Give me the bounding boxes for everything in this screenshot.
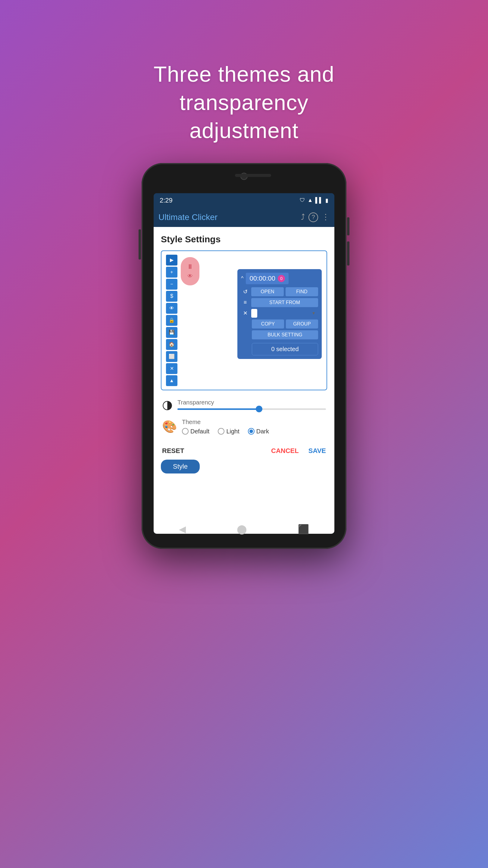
home-nav-icon[interactable]: ⬤ [237, 524, 247, 534]
selected-count: 0 selected [252, 343, 318, 355]
share-icon[interactable]: ⤴ [301, 213, 305, 222]
widget-pill[interactable]: ⏸ 👁 [181, 257, 199, 285]
widget-button-preview: ⏸ 👁 [181, 255, 199, 386]
chevron-up-icon[interactable]: ^ [241, 275, 243, 281]
reset-row: ↺ OPEN FIND [241, 287, 318, 296]
volume-up-button[interactable] [347, 217, 350, 236]
theme-label: Theme [182, 418, 326, 426]
theme-default-label: Default [190, 428, 209, 435]
timer-badge: 0 [278, 275, 285, 282]
status-icons: 🛡 ▲ ▌▌ ▮ [300, 197, 328, 204]
shield-icon: 🛡 [300, 197, 305, 204]
transparency-icon: ◑ [162, 398, 173, 411]
transparency-controls: Transparency [177, 399, 326, 410]
group-button[interactable]: GROUP [286, 319, 318, 329]
app-title: Ultimate Clicker [158, 213, 297, 222]
dropdown-select[interactable] [251, 309, 257, 318]
eye-icon: 👁 [187, 273, 193, 279]
theme-light-radio[interactable] [218, 428, 224, 435]
transparency-slider-fill [177, 408, 259, 410]
dropdown-panel: ^ 00:00:00 0 ↺ OPEN FIND [237, 269, 322, 359]
volume-down-button[interactable] [347, 241, 350, 266]
open-button[interactable]: OPEN [251, 287, 284, 296]
bottom-tab[interactable]: Style [161, 460, 200, 473]
menu-icon: ≡ [241, 299, 250, 306]
power-button[interactable] [138, 229, 141, 259]
refresh-icon: ↺ [241, 288, 250, 295]
screen-content: Style Settings ▶ + − $ 👁 🔒 💾 🏠 ⬜ ✕ ▲ [154, 227, 334, 534]
headline: Three themes and transparency adjustment [154, 30, 334, 145]
sidebar-play-icon[interactable]: ▶ [166, 255, 177, 266]
dropdown-header: ^ 00:00:00 0 [241, 273, 318, 284]
transparency-label: Transparency [177, 399, 326, 406]
phone-device: 2:29 🛡 ▲ ▌▌ ▮ Ultimate Clicker ⤴ ? ⋮ Sty… [141, 163, 347, 549]
sidebar-home-icon[interactable]: 🏠 [166, 339, 177, 350]
theme-controls: Theme Default Light [182, 418, 326, 435]
theme-dark-radio-dot [250, 430, 253, 433]
phone-nav: ◀ ⬤ ⬛ [154, 524, 334, 534]
menu-row: ≡ START FROM [241, 298, 318, 307]
headline-line2: transparency [180, 90, 308, 115]
more-options-icon[interactable]: ⋮ [322, 213, 330, 222]
status-time: 2:29 [160, 196, 173, 204]
sidebar-add-icon[interactable]: + [166, 267, 177, 278]
app-toolbar: Ultimate Clicker ⤴ ? ⋮ [154, 208, 334, 227]
save-button[interactable]: SAVE [304, 444, 326, 457]
copy-group-row: COPY GROUP [252, 319, 318, 329]
recents-icon[interactable]: ⬛ [298, 524, 309, 534]
sidebar-script-icon[interactable]: $ [166, 291, 177, 302]
sidebar-eye-icon[interactable]: 👁 [166, 303, 177, 314]
dropdown-select-wrap: ▼ [251, 309, 318, 318]
theme-light-label: Light [226, 428, 239, 435]
transparency-slider-thumb[interactable] [256, 406, 262, 412]
headline-line3: adjustment [190, 119, 298, 143]
help-icon[interactable]: ? [308, 213, 318, 222]
sidebar-close-icon[interactable]: ✕ [166, 363, 177, 374]
timer-value: 00:00:00 [250, 275, 275, 282]
transparency-section: ◑ Transparency [161, 398, 327, 411]
style-settings-title: Style Settings [161, 234, 327, 244]
wifi-icon: ▲ [307, 197, 313, 204]
theme-default-radio[interactable] [182, 428, 189, 435]
sidebar-chevron-icon[interactable]: ▲ [166, 375, 177, 386]
pause-icon: ⏸ [187, 263, 193, 271]
sidebar-minus-icon[interactable]: − [166, 279, 177, 290]
phone-screen: 2:29 🛡 ▲ ▌▌ ▮ Ultimate Clicker ⤴ ? ⋮ Sty… [154, 193, 334, 534]
sidebar-window-icon[interactable]: ⬜ [166, 351, 177, 362]
bulk-setting-button[interactable]: BULK SETTING [252, 330, 318, 339]
theme-default-option[interactable]: Default [182, 428, 209, 435]
reset-button[interactable]: RESET [162, 444, 184, 457]
theme-dark-radio[interactable] [248, 428, 255, 435]
theme-radio-group: Default Light Dark [182, 428, 326, 435]
theme-dark-option[interactable]: Dark [248, 428, 269, 435]
theme-light-option[interactable]: Light [218, 428, 239, 435]
x-icon: ✕ [241, 310, 250, 316]
timer-display: 00:00:00 0 [246, 273, 289, 284]
sidebar-lock-icon[interactable]: 🔒 [166, 315, 177, 326]
widget-sidebar: ▶ + − $ 👁 🔒 💾 🏠 ⬜ ✕ ▲ [165, 255, 178, 386]
theme-dark-label: Dark [256, 428, 269, 435]
phone-speaker [235, 174, 271, 177]
widget-preview: ▶ + − $ 👁 🔒 💾 🏠 ⬜ ✕ ▲ ⏸ 👁 [161, 250, 327, 390]
dropdown-controls: ↺ OPEN FIND ≡ START FROM ✕ [241, 287, 318, 355]
transparency-slider-track [177, 408, 326, 410]
bulk-setting-row: BULK SETTING [252, 330, 318, 339]
copy-button[interactable]: COPY [252, 319, 284, 329]
chevron-down-icon: ▼ [312, 311, 316, 315]
status-bar: 2:29 🛡 ▲ ▌▌ ▮ [154, 193, 334, 208]
start-from-button[interactable]: START FROM [251, 298, 318, 307]
signal-icon: ▌▌ [315, 197, 323, 204]
dialog-buttons: RESET CANCEL SAVE [161, 444, 327, 457]
battery-icon: ▮ [325, 197, 328, 204]
theme-palette-icon: 🎨 [162, 420, 177, 434]
cancel-button[interactable]: CANCEL [266, 444, 304, 457]
select-row: ✕ ▼ [241, 309, 318, 318]
theme-section: 🎨 Theme Default Light [161, 418, 327, 435]
back-icon[interactable]: ◀ [179, 524, 186, 534]
find-button[interactable]: FIND [286, 287, 318, 296]
headline-line1: Three themes and [154, 62, 334, 86]
sidebar-save-icon[interactable]: 💾 [166, 327, 177, 338]
